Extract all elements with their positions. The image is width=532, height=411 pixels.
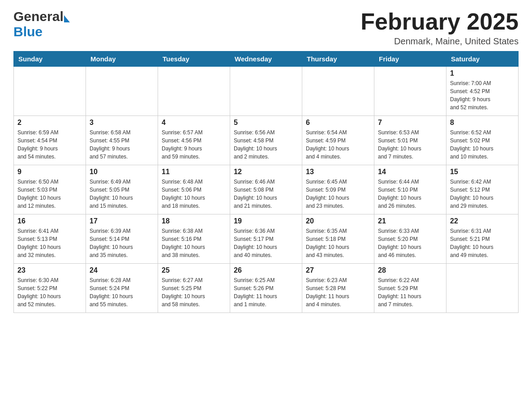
day-header-sunday: Sunday [14, 51, 86, 67]
day-number: 28 [378, 266, 442, 274]
day-number: 11 [162, 168, 226, 176]
day-info: Sunrise: 6:46 AMSunset: 5:08 PMDaylight:… [234, 178, 298, 210]
day-info: Sunrise: 6:41 AMSunset: 5:13 PMDaylight:… [17, 227, 82, 259]
day-number: 6 [306, 119, 370, 127]
logo-general-text: General [13, 9, 64, 24]
calendar-week-5: 23Sunrise: 6:30 AMSunset: 5:22 PMDayligh… [14, 264, 519, 313]
calendar-cell: 3Sunrise: 6:58 AMSunset: 4:55 PMDaylight… [86, 116, 158, 165]
day-info: Sunrise: 6:28 AMSunset: 5:24 PMDaylight:… [90, 276, 154, 308]
day-info: Sunrise: 6:42 AMSunset: 5:12 PMDaylight:… [450, 178, 515, 210]
calendar-cell: 20Sunrise: 6:35 AMSunset: 5:18 PMDayligh… [302, 214, 374, 264]
day-info: Sunrise: 6:54 AMSunset: 4:59 PMDaylight:… [306, 128, 370, 161]
day-number: 10 [90, 168, 154, 176]
day-info: Sunrise: 6:25 AMSunset: 5:26 PMDaylight:… [234, 276, 298, 308]
calendar-cell: 5Sunrise: 6:56 AMSunset: 4:58 PMDaylight… [230, 116, 302, 165]
logo-triangle-icon [64, 15, 70, 22]
calendar-cell: 9Sunrise: 6:50 AMSunset: 5:03 PMDaylight… [14, 165, 86, 214]
calendar-cell: 8Sunrise: 6:52 AMSunset: 5:02 PMDaylight… [446, 116, 519, 165]
calendar-cell: 16Sunrise: 6:41 AMSunset: 5:13 PMDayligh… [14, 214, 86, 264]
calendar-cell: 18Sunrise: 6:38 AMSunset: 5:16 PMDayligh… [158, 214, 230, 264]
day-header-friday: Friday [374, 51, 446, 67]
calendar-body: 1Sunrise: 7:00 AMSunset: 4:52 PMDaylight… [14, 67, 519, 313]
day-info: Sunrise: 6:44 AMSunset: 5:10 PMDaylight:… [378, 178, 442, 210]
day-info: Sunrise: 6:59 AMSunset: 4:54 PMDaylight:… [17, 128, 82, 161]
day-info: Sunrise: 6:45 AMSunset: 5:09 PMDaylight:… [306, 178, 370, 210]
day-info: Sunrise: 6:53 AMSunset: 5:01 PMDaylight:… [378, 128, 442, 161]
day-header-wednesday: Wednesday [230, 51, 302, 67]
day-number: 15 [450, 168, 515, 176]
calendar-cell: 13Sunrise: 6:45 AMSunset: 5:09 PMDayligh… [302, 165, 374, 214]
calendar-cell: 24Sunrise: 6:28 AMSunset: 5:24 PMDayligh… [86, 264, 158, 313]
day-number: 14 [378, 168, 442, 176]
calendar-cell: 11Sunrise: 6:48 AMSunset: 5:06 PMDayligh… [158, 165, 230, 214]
calendar-cell: 12Sunrise: 6:46 AMSunset: 5:08 PMDayligh… [230, 165, 302, 214]
calendar-header: SundayMondayTuesdayWednesdayThursdayFrid… [14, 51, 519, 67]
month-title: February 2025 [360, 9, 519, 34]
day-number: 20 [306, 217, 370, 225]
calendar-cell: 17Sunrise: 6:39 AMSunset: 5:14 PMDayligh… [86, 214, 158, 264]
calendar-week-1: 1Sunrise: 7:00 AMSunset: 4:52 PMDaylight… [14, 67, 519, 116]
day-number: 13 [306, 168, 370, 176]
day-number: 9 [17, 168, 82, 176]
calendar-cell [158, 67, 230, 116]
calendar-week-3: 9Sunrise: 6:50 AMSunset: 5:03 PMDaylight… [14, 165, 519, 214]
calendar-cell: 25Sunrise: 6:27 AMSunset: 5:25 PMDayligh… [158, 264, 230, 313]
calendar-cell: 26Sunrise: 6:25 AMSunset: 5:26 PMDayligh… [230, 264, 302, 313]
day-header-tuesday: Tuesday [158, 51, 230, 67]
day-info: Sunrise: 6:30 AMSunset: 5:22 PMDaylight:… [17, 276, 82, 308]
title-section: February 2025 Denmark, Maine, United Sta… [360, 9, 519, 47]
calendar-cell [14, 67, 86, 116]
calendar-cell: 28Sunrise: 6:22 AMSunset: 5:29 PMDayligh… [374, 264, 446, 313]
day-number: 7 [378, 119, 442, 127]
calendar-cell [86, 67, 158, 116]
day-number: 25 [162, 266, 226, 274]
calendar-week-4: 16Sunrise: 6:41 AMSunset: 5:13 PMDayligh… [14, 214, 519, 264]
logo-blue-text: Blue [13, 24, 43, 39]
day-info: Sunrise: 6:36 AMSunset: 5:17 PMDaylight:… [234, 227, 298, 259]
day-info: Sunrise: 6:23 AMSunset: 5:28 PMDaylight:… [306, 276, 370, 308]
day-info: Sunrise: 6:48 AMSunset: 5:06 PMDaylight:… [162, 178, 226, 210]
day-number: 4 [162, 119, 226, 127]
day-number: 3 [90, 119, 154, 127]
calendar-cell: 14Sunrise: 6:44 AMSunset: 5:10 PMDayligh… [374, 165, 446, 214]
day-info: Sunrise: 6:52 AMSunset: 5:02 PMDaylight:… [450, 128, 515, 161]
day-info: Sunrise: 6:56 AMSunset: 4:58 PMDaylight:… [234, 128, 298, 161]
calendar-cell [302, 67, 374, 116]
calendar-cell: 7Sunrise: 6:53 AMSunset: 5:01 PMDaylight… [374, 116, 446, 165]
day-info: Sunrise: 6:58 AMSunset: 4:55 PMDaylight:… [90, 128, 154, 161]
day-number: 23 [17, 266, 82, 274]
day-info: Sunrise: 6:38 AMSunset: 5:16 PMDaylight:… [162, 227, 226, 259]
calendar-cell: 27Sunrise: 6:23 AMSunset: 5:28 PMDayligh… [302, 264, 374, 313]
day-info: Sunrise: 7:00 AMSunset: 4:52 PMDaylight:… [450, 79, 515, 111]
day-info: Sunrise: 6:49 AMSunset: 5:05 PMDaylight:… [90, 178, 154, 210]
day-number: 16 [17, 217, 82, 225]
calendar-cell: 6Sunrise: 6:54 AMSunset: 4:59 PMDaylight… [302, 116, 374, 165]
calendar-week-2: 2Sunrise: 6:59 AMSunset: 4:54 PMDaylight… [14, 116, 519, 165]
day-info: Sunrise: 6:22 AMSunset: 5:29 PMDaylight:… [378, 276, 442, 308]
day-number: 17 [90, 217, 154, 225]
day-info: Sunrise: 6:39 AMSunset: 5:14 PMDaylight:… [90, 227, 154, 259]
day-number: 19 [234, 217, 298, 225]
day-info: Sunrise: 6:31 AMSunset: 5:21 PMDaylight:… [450, 227, 515, 259]
calendar-cell: 4Sunrise: 6:57 AMSunset: 4:56 PMDaylight… [158, 116, 230, 165]
calendar-cell [230, 67, 302, 116]
day-number: 22 [450, 217, 515, 225]
calendar-cell: 10Sunrise: 6:49 AMSunset: 5:05 PMDayligh… [86, 165, 158, 214]
calendar-table: SundayMondayTuesdayWednesdayThursdayFrid… [13, 51, 519, 313]
day-number: 18 [162, 217, 226, 225]
day-number: 8 [450, 119, 515, 127]
location-text: Denmark, Maine, United States [360, 36, 519, 47]
calendar-cell: 21Sunrise: 6:33 AMSunset: 5:20 PMDayligh… [374, 214, 446, 264]
calendar-cell [446, 264, 519, 313]
day-header-thursday: Thursday [302, 51, 374, 67]
calendar-cell: 15Sunrise: 6:42 AMSunset: 5:12 PMDayligh… [446, 165, 519, 214]
day-number: 21 [378, 217, 442, 225]
day-info: Sunrise: 6:35 AMSunset: 5:18 PMDaylight:… [306, 227, 370, 259]
calendar-cell: 1Sunrise: 7:00 AMSunset: 4:52 PMDaylight… [446, 67, 519, 116]
day-number: 12 [234, 168, 298, 176]
day-number: 2 [17, 119, 82, 127]
day-info: Sunrise: 6:57 AMSunset: 4:56 PMDaylight:… [162, 128, 226, 161]
calendar-cell: 19Sunrise: 6:36 AMSunset: 5:17 PMDayligh… [230, 214, 302, 264]
day-number: 1 [450, 69, 515, 77]
day-info: Sunrise: 6:50 AMSunset: 5:03 PMDaylight:… [17, 178, 82, 210]
